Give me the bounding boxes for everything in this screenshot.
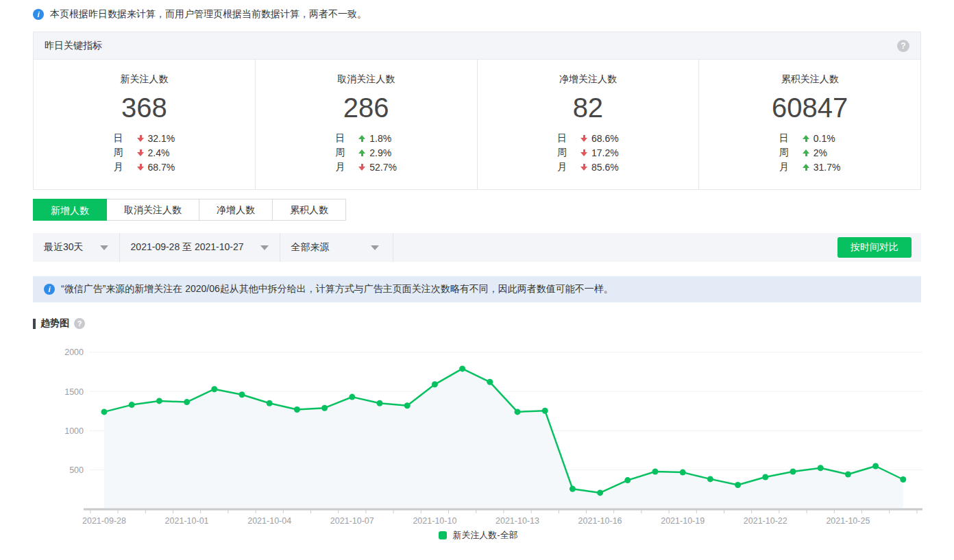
chevron-down-icon [100,245,108,250]
help-icon[interactable]: ? [74,318,85,329]
area-fill [104,369,903,509]
metric-card: 取消关注人数286日1.8%周2.9%月52.7% [255,60,477,189]
period-label: 日 [557,132,568,145]
period-label: 月 [557,161,568,173]
x-axis-label: 2021-10-16 [578,516,622,524]
stat-row: 月31.7% [779,160,841,174]
stat-row: 月85.6% [557,160,619,174]
stat-row: 周17.2% [557,145,619,160]
period-label: 周 [114,147,125,159]
legend-marker-icon [439,531,447,539]
data-point [459,365,465,372]
data-point [900,476,906,483]
key-metrics-title: 昨日关键指标 [45,40,102,52]
stat-row: 月68.7% [114,160,175,174]
chevron-down-icon [260,245,269,250]
metric-stats: 日1.8%周2.9%月52.7% [335,131,397,174]
data-point [680,470,686,476]
stat-value: 2% [814,147,827,158]
key-metrics-panel: 昨日关键指标 ? 新关注人数368日32.1%周2.4%月68.7%取消关注人数… [33,32,921,190]
y-axis-label: 2000 [64,348,84,357]
data-point [101,409,108,415]
stat-row: 周2.4% [114,145,175,160]
down-arrow-icon [580,163,588,171]
info-icon: i [44,284,55,295]
data-point [818,465,824,471]
metric-card: 新关注人数368日32.1%周2.4%月68.7% [34,60,255,189]
title-bar-icon [33,319,36,329]
metric-stats: 日0.1%周2%月31.7% [779,131,841,174]
data-point [211,386,217,392]
chart-legend-item[interactable]: 新关注人数-全部 [33,529,924,541]
data-point [762,474,768,480]
data-point [321,405,328,411]
metric-label: 累积关注人数 [699,73,920,86]
up-arrow-icon [358,134,366,143]
period-label: 日 [335,132,346,145]
data-point [542,408,548,414]
data-point [707,476,713,482]
stat-value: 2.9% [369,147,391,158]
filter-bar: 最近30天 2021-09-28 至 2021-10-27 全部来源 按时间对比 [33,233,921,262]
source-dropdown[interactable]: 全部来源 [280,233,393,262]
stat-row: 周2% [779,145,841,160]
data-point [349,394,355,400]
data-point [377,400,383,406]
data-point [129,402,135,408]
stat-row: 月52.7% [335,160,397,174]
stat-value: 32.1% [148,133,175,144]
x-axis-label: 2021-10-19 [661,516,705,524]
tab-net-increase[interactable]: 净增人数 [199,199,273,221]
stat-value: 1.8% [369,133,391,144]
stat-row: 日1.8% [335,131,397,145]
top-notice-text: 本页根据昨日数据来计算，而用户管理页根据当前数据计算，两者不一致。 [50,8,367,21]
x-axis-label: 2021-10-22 [744,516,787,524]
data-point [872,463,879,470]
x-axis-label: 2021-10-13 [496,516,539,524]
x-axis-label: 2021-10-01 [165,516,209,524]
data-point [515,409,521,415]
data-point [790,469,796,475]
stat-value: 0.1% [814,133,835,144]
period-label: 周 [779,147,790,159]
stat-value: 31.7% [814,162,841,173]
data-point [735,482,741,488]
stat-value: 2.4% [148,147,170,158]
tab-cumulative[interactable]: 累积人数 [273,199,346,221]
metric-tabs: 新增人数取消关注人数净增人数累积人数 [33,199,921,221]
date-range-dropdown[interactable]: 2021-09-28 至 2021-10-27 [120,233,280,262]
tab-new-followers[interactable]: 新增人数 [33,199,107,221]
period-label: 日 [114,132,125,145]
up-arrow-icon [803,134,810,143]
info-icon: i [33,9,44,20]
tab-unfollowers[interactable]: 取消关注人数 [107,199,199,221]
data-point [570,486,576,492]
time-range-dropdown[interactable]: 最近30天 [33,233,120,262]
x-axis-label: 2021-10-07 [330,516,374,524]
down-arrow-icon [137,163,145,171]
data-point [487,379,493,385]
trend-chart-svg: 5001000150020002021-09-282021-10-012021-… [33,335,924,524]
down-arrow-icon [580,134,588,143]
x-axis-label: 2021-10-10 [413,516,456,524]
compare-by-time-button[interactable]: 按时间对比 [837,237,912,258]
key-metrics-header: 昨日关键指标 ? [34,32,920,60]
top-notice: i 本页根据昨日数据来计算，而用户管理页根据当前数据计算，两者不一致。 [0,0,954,23]
metric-label: 净增关注人数 [478,73,699,86]
stat-row: 周2.9% [335,145,397,160]
stat-value: 17.2% [591,147,619,158]
date-range-value: 2021-09-28 至 2021-10-27 [131,241,244,254]
metric-value: 286 [256,92,477,123]
stat-row: 日32.1% [114,131,175,145]
data-point [184,399,190,405]
y-axis-label: 1000 [64,426,84,436]
metrics-row: 新关注人数368日32.1%周2.4%月68.7%取消关注人数286日1.8%周… [34,60,920,189]
banner-text: “微信广告”来源的新增关注在 2020/06起从其他中拆分给出，计算方式与广告主… [61,283,613,295]
trend-chart: 5001000150020002021-09-282021-10-012021-… [33,335,954,526]
down-arrow-icon [137,149,145,157]
help-icon[interactable]: ? [897,40,909,52]
stat-value: 68.6% [591,133,619,144]
metric-stats: 日32.1%周2.4%月68.7% [114,131,175,174]
down-arrow-icon [137,134,145,143]
data-point [404,402,411,409]
